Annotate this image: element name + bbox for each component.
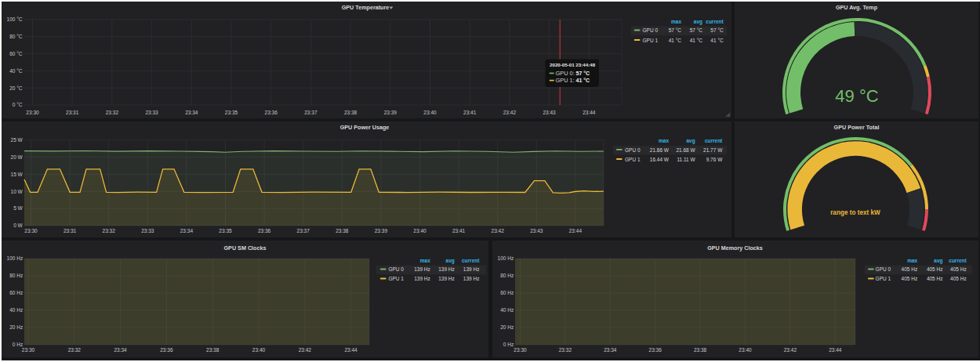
- svg-text:23:39: 23:39: [384, 110, 397, 115]
- svg-text:23:44: 23:44: [829, 347, 842, 353]
- svg-text:139 Hz: 139 Hz: [438, 266, 455, 272]
- svg-text:57 °C: 57 °C: [576, 71, 590, 76]
- svg-text:40 Hz: 40 Hz: [9, 307, 23, 313]
- svg-text:405 Hz: 405 Hz: [950, 276, 967, 281]
- svg-text:23:38: 23:38: [344, 110, 358, 115]
- svg-text:23:34: 23:34: [604, 347, 617, 353]
- svg-text:0 °C: 0 °C: [13, 102, 23, 107]
- svg-text:23:36: 23:36: [160, 347, 173, 353]
- svg-text:100 Hz: 100 Hz: [498, 255, 514, 261]
- svg-text:139 Hz: 139 Hz: [463, 276, 480, 281]
- svg-text:avg: avg: [694, 19, 702, 25]
- svg-text:GPU 0: GPU 0: [876, 266, 891, 272]
- svg-text:23:42: 23:42: [784, 347, 797, 353]
- svg-text:23:34: 23:34: [114, 347, 127, 353]
- svg-text:max: max: [420, 258, 430, 263]
- svg-text:23:33: 23:33: [145, 110, 158, 115]
- svg-text:139 Hz: 139 Hz: [414, 266, 430, 272]
- svg-text:23:40: 23:40: [423, 110, 437, 115]
- svg-text:23:35: 23:35: [225, 110, 238, 115]
- svg-text:GPU 1: GPU 1: [876, 276, 891, 281]
- svg-text:2020-05-01 23:44:48: 2020-05-01 23:44:48: [550, 62, 596, 67]
- svg-text:GPU 0: GPU 0: [625, 147, 641, 153]
- svg-text:GPU 0:: GPU 0:: [556, 70, 575, 77]
- svg-text:5 W: 5 W: [13, 205, 23, 211]
- svg-text:GPU 1: GPU 1: [388, 276, 404, 281]
- svg-text:60 Hz: 60 Hz: [500, 290, 514, 295]
- svg-text:23:43: 23:43: [530, 228, 543, 233]
- svg-text:GPU Power Total: GPU Power Total: [834, 124, 880, 131]
- svg-text:GPU 1: GPU 1: [643, 38, 659, 43]
- svg-text:current: current: [706, 19, 724, 24]
- svg-text:GPU SM Clocks: GPU SM Clocks: [224, 244, 267, 252]
- svg-text:80 Hz: 80 Hz: [9, 273, 23, 278]
- svg-text:23:42: 23:42: [503, 110, 517, 115]
- svg-text:max: max: [907, 258, 917, 263]
- svg-text:23:44: 23:44: [344, 347, 358, 353]
- svg-text:25 W: 25 W: [11, 137, 24, 143]
- svg-text:23:36: 23:36: [649, 347, 662, 353]
- svg-text:GPU 1:: GPU 1:: [556, 77, 575, 84]
- svg-text:21.68 W: 21.68 W: [676, 147, 695, 153]
- svg-text:100 Hz: 100 Hz: [7, 255, 24, 261]
- svg-text:139 Hz: 139 Hz: [438, 276, 455, 281]
- svg-text:16.44 W: 16.44 W: [650, 157, 670, 162]
- svg-text:23:40: 23:40: [413, 228, 426, 233]
- svg-text:23:44: 23:44: [569, 228, 583, 233]
- svg-text:57 °C: 57 °C: [710, 27, 724, 33]
- svg-text:40 °C: 40 °C: [9, 68, 23, 74]
- svg-text:23:38: 23:38: [336, 228, 349, 233]
- svg-text:100 °C: 100 °C: [7, 16, 23, 22]
- svg-text:80 Hz: 80 Hz: [500, 273, 514, 278]
- svg-text:current: current: [949, 258, 967, 263]
- svg-text:23:38: 23:38: [694, 347, 707, 353]
- svg-text:23:40: 23:40: [739, 347, 752, 353]
- svg-text:GPU Memory Clocks: GPU Memory Clocks: [707, 244, 763, 252]
- svg-text:405 Hz: 405 Hz: [927, 276, 943, 281]
- svg-text:15 W: 15 W: [11, 172, 24, 177]
- svg-text:GPU 0: GPU 0: [643, 27, 659, 33]
- svg-text:current: current: [462, 258, 480, 263]
- svg-text:405 Hz: 405 Hz: [902, 276, 918, 281]
- svg-text:max: max: [659, 138, 669, 143]
- svg-text:20 Hz: 20 Hz: [500, 324, 514, 330]
- svg-text:23:30: 23:30: [26, 110, 39, 115]
- svg-text:9.76 W: 9.76 W: [706, 157, 723, 162]
- svg-text:405 Hz: 405 Hz: [902, 266, 918, 272]
- svg-text:range to text kW: range to text kW: [830, 209, 880, 216]
- svg-text:23:38: 23:38: [206, 347, 220, 353]
- svg-text:41 °C: 41 °C: [576, 78, 590, 83]
- svg-text:23:34: 23:34: [180, 228, 194, 233]
- svg-text:20 °C: 20 °C: [9, 85, 23, 91]
- svg-text:139 Hz: 139 Hz: [414, 276, 430, 281]
- svg-text:23:30: 23:30: [22, 347, 35, 353]
- svg-text:60 Hz: 60 Hz: [9, 290, 23, 295]
- svg-text:23:41: 23:41: [463, 110, 477, 115]
- svg-text:23:41: 23:41: [452, 228, 466, 233]
- svg-text:23:42: 23:42: [299, 347, 312, 353]
- svg-text:23:37: 23:37: [297, 228, 310, 233]
- svg-text:23:43: 23:43: [543, 110, 556, 115]
- svg-text:21.86 W: 21.86 W: [650, 147, 670, 153]
- svg-text:23:33: 23:33: [141, 228, 154, 233]
- svg-text:57 °C: 57 °C: [690, 27, 703, 33]
- svg-text:23:30: 23:30: [24, 228, 38, 233]
- svg-text:23:34: 23:34: [185, 110, 198, 115]
- svg-text:23:31: 23:31: [64, 228, 77, 233]
- svg-text:avg: avg: [446, 258, 455, 264]
- svg-text:23:36: 23:36: [265, 110, 278, 115]
- svg-text:405 Hz: 405 Hz: [950, 266, 967, 272]
- svg-text:23:40: 23:40: [252, 347, 266, 353]
- svg-text:GPU 1: GPU 1: [625, 157, 641, 162]
- svg-text:max: max: [671, 19, 681, 24]
- svg-text:23:39: 23:39: [375, 228, 388, 233]
- svg-text:current: current: [705, 138, 723, 143]
- svg-text:49 °C: 49 °C: [835, 86, 878, 106]
- svg-text:GPU Avg. Temp: GPU Avg. Temp: [836, 4, 878, 11]
- svg-text:57 °C: 57 °C: [669, 27, 682, 33]
- svg-text:GPU 0: GPU 0: [388, 266, 404, 272]
- svg-text:21.77 W: 21.77 W: [703, 147, 723, 153]
- svg-text:139 Hz: 139 Hz: [463, 266, 480, 272]
- svg-text:0 Hz: 0 Hz: [503, 342, 514, 347]
- svg-text:23:32: 23:32: [68, 347, 82, 353]
